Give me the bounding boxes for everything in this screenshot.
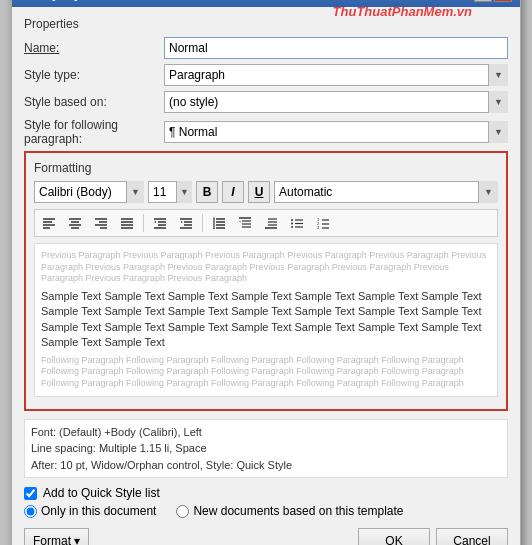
line-spacing-btn[interactable] (207, 212, 231, 234)
name-input[interactable] (164, 37, 508, 59)
quick-style-label: Add to Quick Style list (43, 486, 160, 500)
alignment-toolbar: 123 (34, 209, 498, 237)
new-docs-radio[interactable] (176, 505, 189, 518)
dialog-title: Modify Style (20, 0, 91, 1)
watermark-text: ThuThuatPhanMem.vn (333, 4, 472, 19)
separator-2 (202, 214, 203, 232)
svg-marker-32 (213, 228, 215, 229)
svg-marker-25 (181, 221, 183, 223)
formatting-group: Formatting Calibri (Body) ▼ 11 ▼ B I (24, 151, 508, 411)
cancel-button[interactable]: Cancel (436, 528, 508, 545)
style-description: Font: (Default) +Body (Calibri), Left Li… (24, 419, 508, 479)
name-label: Name: (24, 41, 164, 55)
align-justify-btn[interactable] (115, 212, 139, 234)
svg-text:3: 3 (317, 225, 320, 229)
preview-area: Previous Paragraph Previous Paragraph Pr… (34, 243, 498, 397)
align-right-btn[interactable] (89, 212, 113, 234)
preview-following-text: Following Paragraph Following Paragraph … (41, 355, 491, 390)
only-this-option: Only in this document (24, 504, 156, 518)
desc-line2: Line spacing: Multiple 1.15 li, Space (31, 440, 501, 457)
desc-line1: Font: (Default) +Body (Calibri), Left (31, 424, 501, 441)
style-type-label: Style type: (24, 68, 164, 82)
color-select[interactable]: Automatic (274, 181, 498, 203)
button-row: Format ▾ OK Cancel (24, 528, 508, 545)
formatting-label: Formatting (34, 161, 498, 175)
align-left-btn[interactable] (37, 212, 61, 234)
preview-previous-text: Previous Paragraph Previous Paragraph Pr… (41, 250, 491, 285)
new-docs-option: New documents based on this template (176, 504, 403, 518)
preview-sample-text: Sample Text Sample Text Sample Text Samp… (41, 289, 491, 351)
underline-button[interactable]: U (248, 181, 270, 203)
svg-point-45 (291, 226, 293, 228)
align-center-btn[interactable] (63, 212, 87, 234)
scope-row: Only in this document New documents base… (24, 504, 508, 518)
title-bar: Modify Style ThuThuatPhanMem.vn ? ✕ (12, 0, 520, 7)
spacing-before-btn[interactable] (233, 212, 257, 234)
new-docs-label: New documents based on this template (193, 504, 403, 518)
list-number-btn[interactable]: 123 (311, 212, 335, 234)
help-button[interactable]: ? (474, 0, 492, 2)
svg-point-43 (291, 219, 293, 221)
quick-style-row: Add to Quick Style list (24, 486, 508, 500)
quick-style-checkbox[interactable] (24, 487, 37, 500)
modify-style-dialog: Modify Style ThuThuatPhanMem.vn ? ✕ Prop… (11, 0, 521, 545)
only-this-radio[interactable] (24, 505, 37, 518)
spacing-after-btn[interactable] (259, 212, 283, 234)
bold-button[interactable]: B (196, 181, 218, 203)
font-select[interactable]: Calibri (Body) (34, 181, 144, 203)
ok-button[interactable]: OK (358, 528, 430, 545)
separator-1 (143, 214, 144, 232)
only-this-label: Only in this document (41, 504, 156, 518)
style-based-label: Style based on: (24, 95, 164, 109)
following-label: Style for following paragraph: (24, 118, 164, 146)
svg-point-44 (291, 222, 293, 224)
list-bullet-btn[interactable] (285, 212, 309, 234)
ok-cancel-group: OK Cancel (358, 528, 508, 545)
style-based-select[interactable]: (no style) (164, 91, 508, 113)
indent-decrease-btn[interactable] (148, 212, 172, 234)
format-button[interactable]: Format ▾ (24, 528, 89, 545)
size-select[interactable]: 11 (148, 181, 192, 203)
desc-line3: After: 10 pt, Widow/Orphan control, Styl… (31, 457, 501, 474)
svg-marker-31 (213, 217, 215, 219)
italic-button[interactable]: I (222, 181, 244, 203)
close-button[interactable]: ✕ (494, 0, 512, 2)
svg-marker-20 (154, 221, 156, 223)
indent-increase-btn[interactable] (174, 212, 198, 234)
following-select[interactable]: ¶ Normal (164, 121, 508, 143)
style-type-select[interactable]: Paragraph (164, 64, 508, 86)
properties-label: Properties (24, 17, 508, 31)
